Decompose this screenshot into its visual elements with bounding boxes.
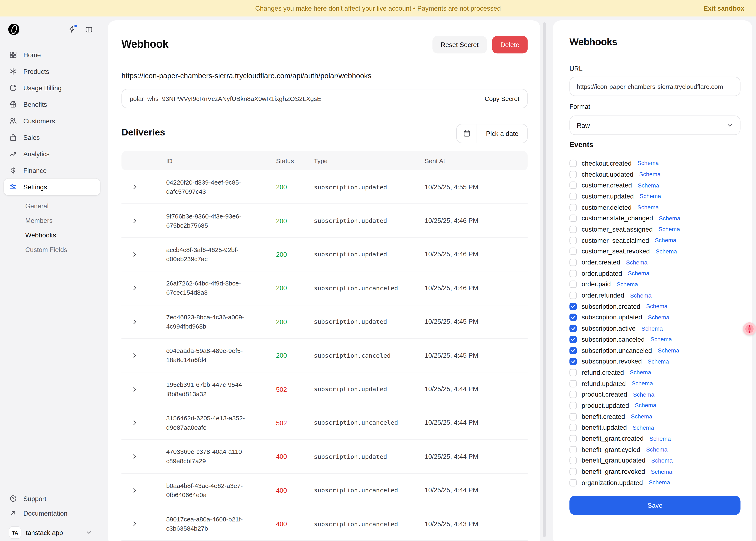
delivery-row[interactable]: 9f766b3e-9360-4f3e-93e6-675bc2b75685 200… [121,204,528,238]
schema-link[interactable]: Schema [635,402,656,409]
event-checkbox[interactable] [569,226,577,233]
chevron-right-icon[interactable] [131,318,138,325]
calendar-icon[interactable] [457,124,477,143]
event-checkbox[interactable] [569,446,577,453]
schema-link[interactable]: Schema [646,303,667,310]
event-checkbox[interactable] [569,347,577,354]
chevron-right-icon[interactable] [131,184,138,191]
sidebar-item-settings[interactable]: Settings [4,179,100,195]
sidebar-item-support[interactable]: Support [4,491,100,506]
schema-link[interactable]: Schema [626,259,647,266]
event-checkbox[interactable] [569,336,577,343]
chevron-right-icon[interactable] [131,217,138,224]
event-checkbox[interactable] [569,358,577,365]
event-checkbox[interactable] [569,314,577,321]
reset-secret-button[interactable]: Reset Secret [432,36,487,54]
url-input[interactable] [569,77,740,96]
sidebar-item-benefits[interactable]: Benefits [4,96,100,113]
event-checkbox[interactable] [569,435,577,442]
events-activity-icon[interactable] [68,26,76,34]
sidebar-item-home[interactable]: Home [4,47,100,63]
event-checkbox[interactable] [569,215,577,222]
schema-link[interactable]: Schema [651,468,672,475]
collapse-sidebar-icon[interactable] [85,26,93,34]
sidebar-item-customers[interactable]: Customers [4,113,100,129]
schema-link[interactable]: Schema [617,281,638,288]
schema-link[interactable]: Schema [640,193,661,200]
schema-link[interactable]: Schema [655,237,676,244]
delete-webhook-button[interactable]: Delete [492,36,528,54]
event-checkbox[interactable] [569,204,577,211]
chevron-right-icon[interactable] [131,284,138,291]
chevron-right-icon[interactable] [131,386,138,393]
event-checkbox[interactable] [569,182,577,189]
schema-link[interactable]: Schema [656,248,677,255]
schema-link[interactable]: Schema [659,215,680,222]
subnav-item-webhooks[interactable]: Webhooks [4,228,100,242]
delivery-row[interactable]: 26af7262-64bd-4f9d-8bce-67cec154d8a3 200… [121,271,528,305]
subnav-item-members[interactable]: Members [4,213,100,228]
event-checkbox[interactable] [569,413,577,420]
delivery-row[interactable]: 04220f20-d839-4eef-9c85-dafc57097c43 200… [121,171,528,204]
schema-link[interactable]: Schema [630,369,651,376]
schema-link[interactable]: Schema [637,204,659,211]
vertical-scrollbar[interactable] [543,22,546,537]
exit-sandbox-link[interactable]: Exit sandbox [704,0,744,16]
schema-link[interactable]: Schema [651,457,673,464]
subnav-item-custom-fields[interactable]: Custom Fields [4,242,100,257]
event-checkbox[interactable] [569,292,577,299]
event-checkbox[interactable] [569,325,577,332]
schema-link[interactable]: Schema [633,391,654,398]
schema-link[interactable]: Schema [632,380,653,387]
event-checkbox[interactable] [569,380,577,387]
pick-date-button[interactable]: Pick a date [477,124,527,143]
save-button[interactable]: Save [569,496,740,515]
schema-link[interactable]: Schema [648,314,669,321]
event-checkbox[interactable] [569,391,577,398]
event-checkbox[interactable] [569,303,577,310]
delivery-row[interactable]: 3156462d-6205-4e13-a352-d9e87aa0eafe 502… [121,406,528,440]
copy-secret-button[interactable]: Copy Secret [485,95,519,102]
event-checkbox[interactable] [569,402,577,409]
delivery-row[interactable]: 59017cea-a80a-4608-b21f-c3b63584b27b 400… [121,507,528,541]
sidebar-item-products[interactable]: Products [4,63,100,80]
chevron-right-icon[interactable] [131,352,138,359]
event-checkbox[interactable] [569,457,577,464]
schema-link[interactable]: Schema [659,226,680,233]
tanstack-devtools-button[interactable] [743,322,756,335]
delivery-row[interactable]: b0aa4b8f-43ac-4e62-a3e7-0fb640664e0a 400… [121,474,528,507]
chevron-right-icon[interactable] [131,419,138,426]
event-checkbox[interactable] [569,468,577,475]
event-checkbox[interactable] [569,259,577,266]
schema-link[interactable]: Schema [649,435,671,442]
delivery-row[interactable]: accb4c8f-3af6-4625-92bf-d00eb239c7ac 200… [121,238,528,271]
event-checkbox[interactable] [569,281,577,288]
chevron-right-icon[interactable] [131,487,138,494]
event-checkbox[interactable] [569,237,577,244]
polar-logo[interactable] [8,24,20,35]
event-checkbox[interactable] [569,193,577,200]
delivery-row[interactable]: 7ed46823-8bca-4c36-a009-4c994fbd968b 200… [121,305,528,339]
delivery-row[interactable]: 4703369e-c378-40a4-a110-c89e8cbf7a29 400… [121,440,528,474]
chevron-right-icon[interactable] [131,251,138,258]
event-checkbox[interactable] [569,479,577,486]
schema-link[interactable]: Schema [638,182,659,189]
delivery-row[interactable]: 195cb391-67bb-447c-9544-f8b8ad813a32 502… [121,372,528,406]
schema-link[interactable]: Schema [631,413,652,420]
event-checkbox[interactable] [569,160,577,167]
schema-link[interactable]: Schema [637,160,659,167]
sidebar-item-usage-billing[interactable]: Usage Billing [4,80,100,96]
schema-link[interactable]: Schema [630,292,652,299]
event-checkbox[interactable] [569,270,577,277]
schema-link[interactable]: Schema [646,446,667,453]
sidebar-item-finance[interactable]: Finance [4,162,100,179]
sidebar-item-documentation[interactable]: Documentation [4,506,100,520]
event-checkbox[interactable] [569,369,577,376]
schema-link[interactable]: Schema [639,171,661,178]
format-select[interactable]: Raw [569,116,740,135]
schema-link[interactable]: Schema [628,270,649,277]
schema-link[interactable]: Schema [641,325,663,332]
event-checkbox[interactable] [569,424,577,431]
schema-link[interactable]: Schema [647,358,669,365]
sidebar-item-sales[interactable]: Sales [4,129,100,146]
